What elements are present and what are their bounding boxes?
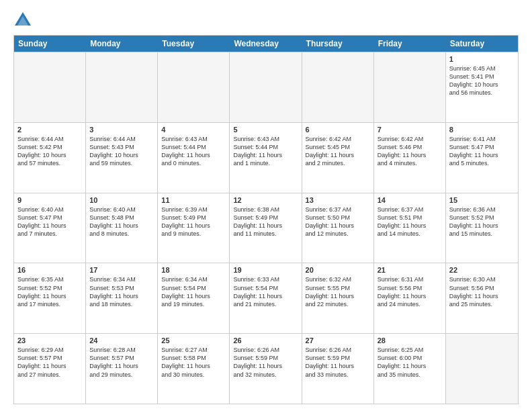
week-row: 16Sunrise: 6:35 AM Sunset: 5:52 PM Dayli… bbox=[14, 263, 518, 333]
day-number: 27 bbox=[306, 336, 370, 345]
day-cell: 26Sunrise: 6:26 AM Sunset: 5:59 PM Dayli… bbox=[230, 334, 302, 404]
day-info: Sunrise: 6:41 AM Sunset: 5:47 PM Dayligh… bbox=[449, 135, 515, 168]
day-header: Thursday bbox=[302, 36, 374, 52]
day-cell: 21Sunrise: 6:31 AM Sunset: 5:56 PM Dayli… bbox=[374, 263, 446, 333]
day-cell: 23Sunrise: 6:29 AM Sunset: 5:57 PM Dayli… bbox=[14, 334, 86, 404]
header bbox=[13, 11, 519, 30]
day-info: Sunrise: 6:28 AM Sunset: 5:57 PM Dayligh… bbox=[89, 346, 154, 379]
day-header: Sunday bbox=[14, 36, 86, 52]
week-row: 1Sunrise: 6:45 AM Sunset: 5:41 PM Daylig… bbox=[14, 52, 518, 122]
day-info: Sunrise: 6:25 AM Sunset: 6:00 PM Dayligh… bbox=[378, 346, 442, 379]
calendar: SundayMondayTuesdayWednesdayThursdayFrid… bbox=[13, 35, 519, 404]
day-info: Sunrise: 6:26 AM Sunset: 5:59 PM Dayligh… bbox=[306, 346, 370, 379]
day-cell: 18Sunrise: 6:34 AM Sunset: 5:54 PM Dayli… bbox=[158, 263, 230, 333]
day-cell: 12Sunrise: 6:38 AM Sunset: 5:49 PM Dayli… bbox=[230, 193, 302, 263]
day-number: 3 bbox=[89, 126, 154, 134]
day-info: Sunrise: 6:35 AM Sunset: 5:52 PM Dayligh… bbox=[17, 275, 82, 308]
day-info: Sunrise: 6:45 AM Sunset: 5:41 PM Dayligh… bbox=[449, 64, 515, 97]
day-cell: 2Sunrise: 6:44 AM Sunset: 5:42 PM Daylig… bbox=[14, 123, 86, 193]
day-number: 1 bbox=[449, 55, 515, 63]
day-header: Friday bbox=[374, 36, 446, 52]
day-cell: 15Sunrise: 6:36 AM Sunset: 5:52 PM Dayli… bbox=[446, 193, 518, 263]
day-number: 11 bbox=[161, 196, 226, 204]
day-cell: 11Sunrise: 6:39 AM Sunset: 5:49 PM Dayli… bbox=[158, 193, 230, 263]
day-number: 26 bbox=[233, 336, 298, 345]
day-cell: 3Sunrise: 6:44 AM Sunset: 5:43 PM Daylig… bbox=[86, 123, 158, 193]
day-number: 12 bbox=[233, 196, 298, 204]
day-info: Sunrise: 6:40 AM Sunset: 5:48 PM Dayligh… bbox=[89, 205, 154, 238]
day-cell bbox=[14, 52, 86, 122]
day-cell: 24Sunrise: 6:28 AM Sunset: 5:57 PM Dayli… bbox=[86, 334, 158, 404]
day-number: 23 bbox=[17, 336, 82, 345]
day-info: Sunrise: 6:37 AM Sunset: 5:51 PM Dayligh… bbox=[378, 205, 442, 238]
weeks: 1Sunrise: 6:45 AM Sunset: 5:41 PM Daylig… bbox=[14, 52, 518, 404]
week-row: 23Sunrise: 6:29 AM Sunset: 5:57 PM Dayli… bbox=[14, 333, 518, 404]
day-info: Sunrise: 6:43 AM Sunset: 5:44 PM Dayligh… bbox=[233, 135, 298, 168]
day-number: 16 bbox=[17, 266, 82, 274]
day-info: Sunrise: 6:30 AM Sunset: 5:56 PM Dayligh… bbox=[449, 275, 515, 308]
day-info: Sunrise: 6:39 AM Sunset: 5:49 PM Dayligh… bbox=[161, 205, 226, 238]
day-number: 20 bbox=[306, 266, 370, 274]
day-info: Sunrise: 6:36 AM Sunset: 5:52 PM Dayligh… bbox=[449, 205, 515, 238]
day-number: 28 bbox=[378, 336, 442, 345]
day-info: Sunrise: 6:27 AM Sunset: 5:58 PM Dayligh… bbox=[161, 346, 226, 379]
day-info: Sunrise: 6:38 AM Sunset: 5:49 PM Dayligh… bbox=[233, 205, 298, 238]
day-number: 13 bbox=[306, 196, 370, 204]
day-cell: 16Sunrise: 6:35 AM Sunset: 5:52 PM Dayli… bbox=[14, 263, 86, 333]
day-number: 10 bbox=[89, 196, 154, 204]
day-cell: 7Sunrise: 6:42 AM Sunset: 5:46 PM Daylig… bbox=[374, 123, 446, 193]
day-number: 21 bbox=[378, 266, 442, 274]
day-number: 14 bbox=[378, 196, 442, 204]
day-info: Sunrise: 6:43 AM Sunset: 5:44 PM Dayligh… bbox=[161, 135, 226, 168]
day-number: 19 bbox=[233, 266, 298, 274]
day-info: Sunrise: 6:31 AM Sunset: 5:56 PM Dayligh… bbox=[378, 275, 442, 308]
day-headers: SundayMondayTuesdayWednesdayThursdayFrid… bbox=[14, 36, 518, 52]
day-cell bbox=[446, 334, 518, 404]
week-row: 2Sunrise: 6:44 AM Sunset: 5:42 PM Daylig… bbox=[14, 122, 518, 193]
day-cell: 27Sunrise: 6:26 AM Sunset: 5:59 PM Dayli… bbox=[302, 334, 374, 404]
day-cell: 22Sunrise: 6:30 AM Sunset: 5:56 PM Dayli… bbox=[446, 263, 518, 333]
day-cell: 9Sunrise: 6:40 AM Sunset: 5:47 PM Daylig… bbox=[14, 193, 86, 263]
day-number: 18 bbox=[161, 266, 226, 274]
day-cell: 13Sunrise: 6:37 AM Sunset: 5:50 PM Dayli… bbox=[302, 193, 374, 263]
day-cell bbox=[302, 52, 374, 122]
day-number: 4 bbox=[161, 126, 226, 134]
day-header: Tuesday bbox=[158, 36, 230, 52]
day-info: Sunrise: 6:40 AM Sunset: 5:47 PM Dayligh… bbox=[17, 205, 82, 238]
day-info: Sunrise: 6:42 AM Sunset: 5:46 PM Dayligh… bbox=[378, 135, 442, 168]
day-number: 22 bbox=[449, 266, 515, 274]
logo bbox=[13, 11, 35, 30]
day-info: Sunrise: 6:44 AM Sunset: 5:42 PM Dayligh… bbox=[17, 135, 82, 168]
day-cell: 17Sunrise: 6:34 AM Sunset: 5:53 PM Dayli… bbox=[86, 263, 158, 333]
day-info: Sunrise: 6:33 AM Sunset: 5:54 PM Dayligh… bbox=[233, 275, 298, 308]
day-cell: 10Sunrise: 6:40 AM Sunset: 5:48 PM Dayli… bbox=[86, 193, 158, 263]
day-number: 25 bbox=[161, 336, 226, 345]
day-number: 6 bbox=[306, 126, 370, 134]
day-number: 7 bbox=[378, 126, 442, 134]
day-info: Sunrise: 6:42 AM Sunset: 5:45 PM Dayligh… bbox=[306, 135, 370, 168]
day-info: Sunrise: 6:32 AM Sunset: 5:55 PM Dayligh… bbox=[306, 275, 370, 308]
day-number: 5 bbox=[233, 126, 298, 134]
day-number: 24 bbox=[89, 336, 154, 345]
day-info: Sunrise: 6:26 AM Sunset: 5:59 PM Dayligh… bbox=[233, 346, 298, 379]
day-number: 9 bbox=[17, 196, 82, 204]
day-cell: 8Sunrise: 6:41 AM Sunset: 5:47 PM Daylig… bbox=[446, 123, 518, 193]
day-header: Wednesday bbox=[230, 36, 302, 52]
day-info: Sunrise: 6:37 AM Sunset: 5:50 PM Dayligh… bbox=[306, 205, 370, 238]
day-cell: 1Sunrise: 6:45 AM Sunset: 5:41 PM Daylig… bbox=[446, 52, 518, 122]
day-cell bbox=[374, 52, 446, 122]
day-info: Sunrise: 6:29 AM Sunset: 5:57 PM Dayligh… bbox=[17, 346, 82, 379]
week-row: 9Sunrise: 6:40 AM Sunset: 5:47 PM Daylig… bbox=[14, 193, 518, 263]
day-cell: 28Sunrise: 6:25 AM Sunset: 6:00 PM Dayli… bbox=[374, 334, 446, 404]
day-number: 2 bbox=[17, 126, 82, 134]
day-cell: 19Sunrise: 6:33 AM Sunset: 5:54 PM Dayli… bbox=[230, 263, 302, 333]
day-info: Sunrise: 6:34 AM Sunset: 5:54 PM Dayligh… bbox=[161, 275, 226, 308]
day-number: 17 bbox=[89, 266, 154, 274]
day-number: 15 bbox=[449, 196, 515, 204]
day-cell bbox=[158, 52, 230, 122]
day-info: Sunrise: 6:34 AM Sunset: 5:53 PM Dayligh… bbox=[89, 275, 154, 308]
day-cell: 20Sunrise: 6:32 AM Sunset: 5:55 PM Dayli… bbox=[302, 263, 374, 333]
day-cell: 14Sunrise: 6:37 AM Sunset: 5:51 PM Dayli… bbox=[374, 193, 446, 263]
day-cell: 6Sunrise: 6:42 AM Sunset: 5:45 PM Daylig… bbox=[302, 123, 374, 193]
calendar-page: SundayMondayTuesdayWednesdayThursdayFrid… bbox=[0, 0, 532, 411]
